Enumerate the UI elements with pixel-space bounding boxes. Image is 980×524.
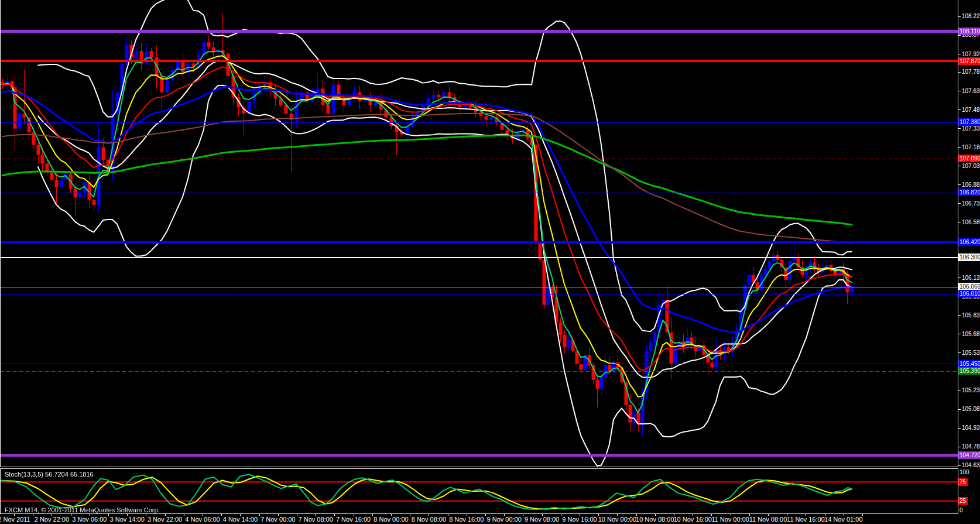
price-tick-label: 104.635 (962, 462, 980, 468)
price-tick-mark (958, 91, 961, 91)
price-tick-mark (958, 54, 961, 54)
time-tick-mark (580, 514, 580, 516)
price-tick-label: 104.785 (962, 443, 980, 450)
time-tick-mark (806, 514, 806, 516)
price-tick-label: 106.880 (962, 181, 980, 188)
price-level-badge: 107.870 (958, 57, 980, 65)
time-tick-mark (14, 514, 15, 516)
price-level-badge: 107.380 (958, 118, 980, 126)
price-tick-mark (958, 391, 961, 391)
price-level-badge: 106.300 (958, 254, 980, 261)
price-level-badge: 107.090 (958, 155, 980, 162)
price-tick-mark (958, 409, 961, 410)
time-tick-mark (203, 514, 203, 516)
time-tick-mark (617, 514, 618, 516)
time-tick-mark (655, 514, 656, 516)
price-tick-label: 105.535 (962, 350, 980, 356)
time-tick-mark (862, 514, 863, 516)
price-tick-label: 107.180 (962, 144, 980, 150)
price-tick-mark (958, 465, 961, 466)
stochastic-label: Stoch(13,3,5) 56.7204 65.1816 (5, 471, 94, 478)
time-tick-mark (391, 514, 392, 516)
subpanel-border-left (0, 468, 1, 514)
price-level-badge: 108.110 (958, 28, 980, 35)
price-tick-mark (958, 109, 961, 110)
time-tick-mark (52, 514, 52, 516)
chart-border-bottom (0, 467, 958, 467)
price-tick-mark (958, 447, 961, 447)
price-tick-mark (958, 16, 961, 17)
time-tick-mark (467, 514, 467, 516)
price-level-badge: 106.010 (958, 290, 980, 297)
price-tick-label: 107.780 (962, 69, 980, 75)
stoch-level-badge: 75 (958, 478, 968, 486)
price-tick-mark (958, 166, 961, 166)
price-tick-mark (958, 315, 961, 316)
price-tick-label: 105.835 (962, 312, 980, 318)
price-axis[interactable]: 108.225108.075107.925107.780107.630107.4… (958, 0, 980, 514)
price-tick-mark (958, 203, 961, 204)
time-tick-mark (127, 514, 128, 516)
stoch-axis-label: 100 (960, 469, 969, 475)
price-tick-mark (958, 222, 961, 222)
time-tick-mark (240, 514, 241, 516)
time-tick-mark (693, 514, 693, 516)
time-tick-mark (504, 514, 505, 516)
price-tick-label: 107.925 (962, 51, 980, 57)
price-tick-label: 105.235 (962, 387, 980, 393)
time-tick-mark (165, 514, 166, 516)
price-tick-mark (958, 352, 961, 353)
price-tick-mark (958, 35, 961, 36)
time-tick-mark (90, 514, 90, 516)
price-level-badge: 106.820 (958, 189, 980, 196)
price-tick-mark (958, 128, 961, 129)
price-level-badge: 104.720 (958, 451, 980, 459)
stoch-level-badge: 25 (958, 497, 968, 505)
price-tick-mark (958, 334, 961, 334)
price-level-badge: 106.420 (958, 238, 980, 246)
price-tick-label: 106.730 (962, 200, 980, 207)
price-tick-label: 107.630 (962, 88, 980, 94)
price-tick-mark (958, 72, 961, 73)
price-level-badge: 105.390 (958, 367, 980, 375)
price-tick-label: 108.225 (962, 13, 980, 19)
time-tick-mark (844, 514, 844, 516)
price-tick-mark (958, 147, 961, 148)
price-tick-mark (958, 278, 961, 278)
main-chart-panel[interactable] (0, 0, 958, 467)
time-tick-mark (542, 514, 543, 516)
chart-border-left (0, 0, 1, 467)
time-tick-mark (354, 514, 354, 516)
price-tick-label: 106.580 (962, 219, 980, 225)
price-level-badge: 105.450 (958, 360, 980, 368)
time-tick-mark (278, 514, 279, 516)
price-tick-mark (958, 184, 961, 185)
price-tick-label: 104.935 (962, 424, 980, 431)
price-tick-label: 105.685 (962, 331, 980, 337)
time-tick-mark (429, 514, 429, 516)
time-tick-mark (731, 514, 731, 516)
price-chart-canvas[interactable] (0, 0, 958, 467)
price-tick-label: 107.030 (962, 163, 980, 169)
price-tick-label: 105.085 (962, 406, 980, 412)
stoch-axis-label: 0 (960, 507, 963, 513)
time-tick-mark (768, 514, 769, 516)
time-tick-label: 14 Nov 01:00 (817, 516, 871, 523)
stochastic-indicator-panel[interactable]: Stoch(13,3,5) 56.7204 65.1816 FXCM MT4, … (0, 468, 958, 514)
price-tick-label: 107.480 (962, 107, 980, 113)
copyright-text: FXCM MT4, © 2001-2011 MetaQuotes Softwar… (5, 506, 160, 513)
mt4-terminal: Stoch(13,3,5) 56.7204 65.1816 FXCM MT4, … (0, 0, 980, 524)
time-tick-mark (316, 514, 316, 516)
price-tick-mark (958, 428, 961, 429)
time-axis[interactable]: 2 Nov 20112 Nov 22:003 Nov 06:003 Nov 14… (0, 514, 980, 524)
price-tick-label: 106.135 (962, 275, 980, 281)
subpanel-border-top (0, 468, 958, 469)
